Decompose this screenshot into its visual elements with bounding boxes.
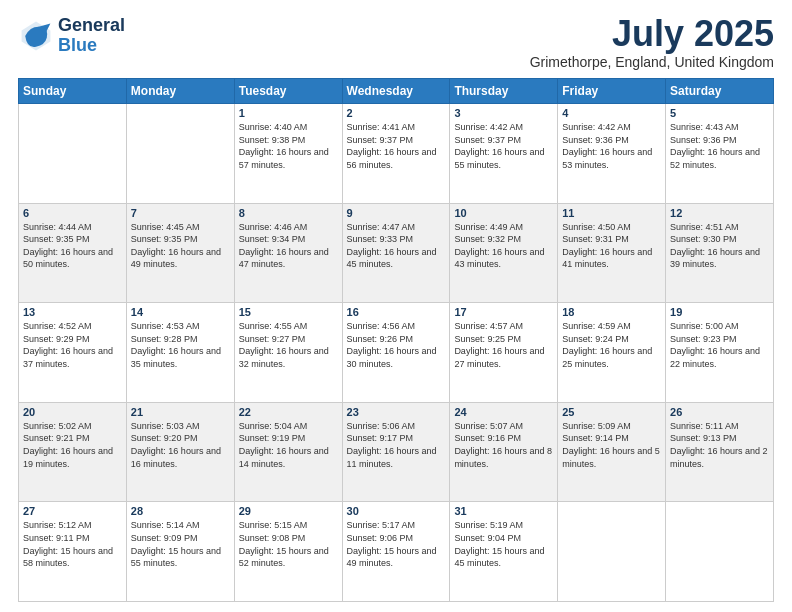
- cell-details: Sunrise: 4:45 AM Sunset: 9:35 PM Dayligh…: [131, 221, 230, 271]
- daylight-text: Daylight: 15 hours and 55 minutes.: [131, 546, 221, 569]
- col-monday: Monday: [126, 79, 234, 104]
- location-title: Grimethorpe, England, United Kingdom: [530, 54, 774, 70]
- col-saturday: Saturday: [666, 79, 774, 104]
- sunrise-text: Sunrise: 4:52 AM: [23, 321, 92, 331]
- daylight-text: Daylight: 16 hours and 8 minutes.: [454, 446, 552, 469]
- cell-details: Sunrise: 4:42 AM Sunset: 9:36 PM Dayligh…: [562, 121, 661, 171]
- table-row: 2 Sunrise: 4:41 AM Sunset: 9:37 PM Dayli…: [342, 104, 450, 204]
- day-number: 23: [347, 406, 446, 418]
- sunset-text: Sunset: 9:23 PM: [670, 334, 737, 344]
- table-row: [19, 104, 127, 204]
- cell-details: Sunrise: 5:14 AM Sunset: 9:09 PM Dayligh…: [131, 519, 230, 569]
- table-row: 24 Sunrise: 5:07 AM Sunset: 9:16 PM Dayl…: [450, 402, 558, 502]
- daylight-text: Daylight: 16 hours and 50 minutes.: [23, 247, 113, 270]
- day-number: 15: [239, 306, 338, 318]
- daylight-text: Daylight: 15 hours and 45 minutes.: [454, 546, 544, 569]
- table-row: 30 Sunrise: 5:17 AM Sunset: 9:06 PM Dayl…: [342, 502, 450, 602]
- daylight-text: Daylight: 16 hours and 16 minutes.: [131, 446, 221, 469]
- day-number: 11: [562, 207, 661, 219]
- sunset-text: Sunset: 9:06 PM: [347, 533, 414, 543]
- sunrise-text: Sunrise: 4:46 AM: [239, 222, 308, 232]
- daylight-text: Daylight: 16 hours and 39 minutes.: [670, 247, 760, 270]
- day-number: 4: [562, 107, 661, 119]
- daylight-text: Daylight: 16 hours and 14 minutes.: [239, 446, 329, 469]
- calendar-header-row: Sunday Monday Tuesday Wednesday Thursday…: [19, 79, 774, 104]
- sunset-text: Sunset: 9:31 PM: [562, 234, 629, 244]
- sunrise-text: Sunrise: 4:57 AM: [454, 321, 523, 331]
- table-row: [126, 104, 234, 204]
- sunset-text: Sunset: 9:33 PM: [347, 234, 414, 244]
- col-wednesday: Wednesday: [342, 79, 450, 104]
- table-row: 16 Sunrise: 4:56 AM Sunset: 9:26 PM Dayl…: [342, 303, 450, 403]
- col-friday: Friday: [558, 79, 666, 104]
- cell-details: Sunrise: 4:59 AM Sunset: 9:24 PM Dayligh…: [562, 320, 661, 370]
- sunset-text: Sunset: 9:27 PM: [239, 334, 306, 344]
- table-row: 12 Sunrise: 4:51 AM Sunset: 9:30 PM Dayl…: [666, 203, 774, 303]
- cell-details: Sunrise: 4:50 AM Sunset: 9:31 PM Dayligh…: [562, 221, 661, 271]
- cell-details: Sunrise: 5:09 AM Sunset: 9:14 PM Dayligh…: [562, 420, 661, 470]
- daylight-text: Daylight: 16 hours and 27 minutes.: [454, 346, 544, 369]
- daylight-text: Daylight: 16 hours and 52 minutes.: [670, 147, 760, 170]
- cell-details: Sunrise: 5:19 AM Sunset: 9:04 PM Dayligh…: [454, 519, 553, 569]
- table-row: 4 Sunrise: 4:42 AM Sunset: 9:36 PM Dayli…: [558, 104, 666, 204]
- cell-details: Sunrise: 5:07 AM Sunset: 9:16 PM Dayligh…: [454, 420, 553, 470]
- table-row: 14 Sunrise: 4:53 AM Sunset: 9:28 PM Dayl…: [126, 303, 234, 403]
- cell-details: Sunrise: 4:51 AM Sunset: 9:30 PM Dayligh…: [670, 221, 769, 271]
- day-number: 3: [454, 107, 553, 119]
- sunset-text: Sunset: 9:30 PM: [670, 234, 737, 244]
- table-row: 17 Sunrise: 4:57 AM Sunset: 9:25 PM Dayl…: [450, 303, 558, 403]
- sunset-text: Sunset: 9:34 PM: [239, 234, 306, 244]
- daylight-text: Daylight: 16 hours and 56 minutes.: [347, 147, 437, 170]
- sunrise-text: Sunrise: 5:02 AM: [23, 421, 92, 431]
- logo: General Blue: [18, 16, 125, 56]
- sunset-text: Sunset: 9:38 PM: [239, 135, 306, 145]
- cell-details: Sunrise: 4:44 AM Sunset: 9:35 PM Dayligh…: [23, 221, 122, 271]
- daylight-text: Daylight: 16 hours and 53 minutes.: [562, 147, 652, 170]
- table-row: [558, 502, 666, 602]
- day-number: 5: [670, 107, 769, 119]
- daylight-text: Daylight: 15 hours and 52 minutes.: [239, 546, 329, 569]
- sunrise-text: Sunrise: 4:55 AM: [239, 321, 308, 331]
- day-number: 28: [131, 505, 230, 517]
- daylight-text: Daylight: 16 hours and 57 minutes.: [239, 147, 329, 170]
- table-row: 8 Sunrise: 4:46 AM Sunset: 9:34 PM Dayli…: [234, 203, 342, 303]
- table-row: 20 Sunrise: 5:02 AM Sunset: 9:21 PM Dayl…: [19, 402, 127, 502]
- sunrise-text: Sunrise: 5:19 AM: [454, 520, 523, 530]
- calendar-week-row: 6 Sunrise: 4:44 AM Sunset: 9:35 PM Dayli…: [19, 203, 774, 303]
- sunrise-text: Sunrise: 4:44 AM: [23, 222, 92, 232]
- cell-details: Sunrise: 4:41 AM Sunset: 9:37 PM Dayligh…: [347, 121, 446, 171]
- sunset-text: Sunset: 9:36 PM: [670, 135, 737, 145]
- sunset-text: Sunset: 9:35 PM: [23, 234, 90, 244]
- sunrise-text: Sunrise: 4:40 AM: [239, 122, 308, 132]
- daylight-text: Daylight: 16 hours and 5 minutes.: [562, 446, 660, 469]
- sunrise-text: Sunrise: 4:56 AM: [347, 321, 416, 331]
- cell-details: Sunrise: 4:55 AM Sunset: 9:27 PM Dayligh…: [239, 320, 338, 370]
- cell-details: Sunrise: 4:43 AM Sunset: 9:36 PM Dayligh…: [670, 121, 769, 171]
- day-number: 19: [670, 306, 769, 318]
- table-row: 22 Sunrise: 5:04 AM Sunset: 9:19 PM Dayl…: [234, 402, 342, 502]
- sunset-text: Sunset: 9:32 PM: [454, 234, 521, 244]
- sunrise-text: Sunrise: 4:43 AM: [670, 122, 739, 132]
- calendar-table: Sunday Monday Tuesday Wednesday Thursday…: [18, 78, 774, 602]
- sunset-text: Sunset: 9:17 PM: [347, 433, 414, 443]
- daylight-text: Daylight: 15 hours and 58 minutes.: [23, 546, 113, 569]
- sunset-text: Sunset: 9:04 PM: [454, 533, 521, 543]
- day-number: 30: [347, 505, 446, 517]
- sunrise-text: Sunrise: 5:04 AM: [239, 421, 308, 431]
- cell-details: Sunrise: 5:17 AM Sunset: 9:06 PM Dayligh…: [347, 519, 446, 569]
- sunrise-text: Sunrise: 5:11 AM: [670, 421, 739, 431]
- daylight-text: Daylight: 16 hours and 35 minutes.: [131, 346, 221, 369]
- sunset-text: Sunset: 9:25 PM: [454, 334, 521, 344]
- daylight-text: Daylight: 16 hours and 30 minutes.: [347, 346, 437, 369]
- daylight-text: Daylight: 16 hours and 55 minutes.: [454, 147, 544, 170]
- cell-details: Sunrise: 5:04 AM Sunset: 9:19 PM Dayligh…: [239, 420, 338, 470]
- day-number: 22: [239, 406, 338, 418]
- sunset-text: Sunset: 9:09 PM: [131, 533, 198, 543]
- table-row: 28 Sunrise: 5:14 AM Sunset: 9:09 PM Dayl…: [126, 502, 234, 602]
- sunset-text: Sunset: 9:26 PM: [347, 334, 414, 344]
- logo-icon: [18, 18, 54, 54]
- cell-details: Sunrise: 5:03 AM Sunset: 9:20 PM Dayligh…: [131, 420, 230, 470]
- cell-details: Sunrise: 4:49 AM Sunset: 9:32 PM Dayligh…: [454, 221, 553, 271]
- table-row: 6 Sunrise: 4:44 AM Sunset: 9:35 PM Dayli…: [19, 203, 127, 303]
- sunset-text: Sunset: 9:21 PM: [23, 433, 90, 443]
